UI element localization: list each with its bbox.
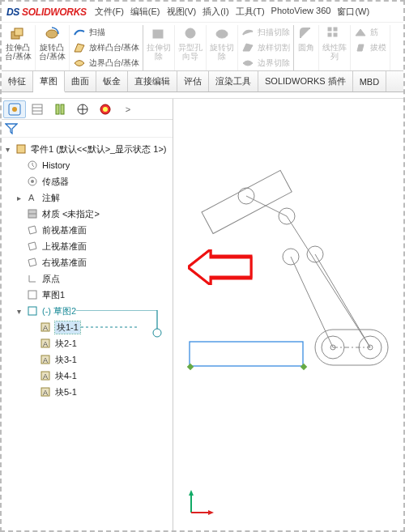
tree-block1[interactable]: A块1-1 — [2, 319, 171, 335]
draft-label: 拔模 — [370, 42, 386, 53]
revolve-icon — [43, 25, 61, 41]
sweep-label: 扫描 — [89, 27, 105, 38]
fm-tab-config[interactable] — [49, 100, 71, 118]
cmd-cut-revolve: 旋转切 除 — [207, 25, 238, 70]
annotations-label: 注解 — [42, 192, 60, 204]
feature-filter-row — [2, 120, 173, 138]
cmd-boundary[interactable]: 边界凸台/基体 — [73, 56, 140, 70]
svg-rect-1 — [15, 28, 23, 36]
menu-file[interactable]: 文件(F) — [95, 6, 124, 18]
cmd-cut-extrude: 拉伸切 除 — [143, 25, 175, 70]
cmd-cut-loft: 放样切割 — [241, 40, 290, 55]
tree-origin[interactable]: 原点 — [2, 270, 171, 287]
tab-surface[interactable]: 曲面 — [65, 71, 96, 92]
tab-sheetmetal[interactable]: 钣金 — [96, 71, 128, 92]
tree-sensors[interactable]: 传感器 — [2, 173, 171, 189]
cmd-extrude-boss[interactable]: 拉伸凸 台/基体 — [2, 25, 36, 70]
cmd-linear-pattern: 线性阵 列 — [319, 25, 351, 70]
collapse-toggle[interactable]: ▾ — [15, 307, 23, 316]
block3-label: 块3-1 — [55, 354, 77, 366]
svg-rect-22 — [17, 145, 25, 153]
fm-tab-dimxpert[interactable] — [71, 100, 94, 118]
tab-render[interactable]: 渲染工具 — [209, 71, 258, 92]
menu-insert[interactable]: 插入(I) — [202, 6, 228, 18]
tab-direct-edit[interactable]: 直接编辑 — [128, 71, 177, 92]
tree-block4[interactable]: A块4-1 — [2, 368, 171, 384]
cmd-revolve-boss[interactable]: 旋转凸 台/基体 — [36, 25, 70, 70]
loft-icon — [73, 41, 86, 54]
collapse-toggle[interactable]: ▾ — [3, 145, 11, 154]
svg-rect-15 — [56, 104, 59, 114]
menu-photoview[interactable]: PhotoView 360 — [271, 6, 331, 18]
block4-label: 块4-1 — [55, 370, 77, 382]
svg-text:A: A — [43, 389, 48, 397]
block5-label: 块5-1 — [55, 386, 77, 398]
title-bar: DS SOLIDWORKS 文件(F) 编辑(E) 视图(V) 插入(I) 工具… — [2, 2, 403, 23]
sensor-icon — [26, 175, 39, 188]
tree-sketch2[interactable]: ▾(-) 草图2 — [2, 303, 171, 319]
tree-block2[interactable]: A块2-1 — [2, 335, 171, 351]
tree-history[interactable]: History — [2, 157, 171, 173]
svg-rect-54 — [202, 170, 292, 233]
tree-right-plane[interactable]: 右视基准面 — [2, 254, 171, 270]
svg-text:A: A — [43, 324, 48, 332]
menu-edit[interactable]: 编辑(E) — [130, 6, 160, 18]
block2-label: 块2-1 — [55, 338, 77, 350]
svg-marker-60 — [208, 510, 214, 515]
svg-rect-6 — [328, 28, 331, 31]
part-icon — [15, 143, 28, 155]
fm-tab-display[interactable] — [94, 100, 117, 118]
tree-front-plane[interactable]: 前视基准面 — [2, 222, 171, 238]
plane-icon — [26, 240, 39, 253]
svg-rect-12 — [32, 104, 42, 114]
funnel-icon[interactable] — [5, 123, 18, 134]
tab-evaluate[interactable]: 评估 — [177, 71, 209, 92]
menu-tools[interactable]: 工具(T) — [236, 6, 265, 18]
fm-tab-more[interactable]: > — [117, 100, 139, 118]
tree-sketch1[interactable]: 草图1 — [2, 287, 171, 303]
tree-annotations[interactable]: ▸A注解 — [2, 189, 171, 206]
svg-text:A: A — [28, 193, 35, 202]
menu-view[interactable]: 视图(V) — [167, 6, 197, 18]
tab-feature[interactable]: 特征 — [2, 71, 33, 92]
feature-tree[interactable]: ▾ 零件1 (默认<<默认>_显示状态 1>) History 传感器 ▸A注解… — [2, 138, 173, 530]
tree-root[interactable]: ▾ 零件1 (默认<<默认>_显示状态 1>) — [2, 141, 171, 157]
origin-icon — [26, 272, 39, 285]
tab-mbd[interactable]: MBD — [353, 71, 386, 92]
tree-top-plane[interactable]: 上视基准面 — [2, 238, 171, 254]
draft-icon — [354, 41, 367, 54]
cut-sweep-icon — [241, 26, 254, 39]
annotation-icon: A — [26, 191, 39, 204]
block-icon: A — [39, 369, 52, 382]
ribbon: 拉伸凸 台/基体 旋转凸 台/基体 扫描 放样凸台/基体 边界凸台/基体 拉伸切… — [2, 23, 403, 71]
tree-root-label: 零件1 (默认<<默认>_显示状态 1>) — [31, 143, 167, 155]
fm-tab-property[interactable] — [26, 100, 49, 118]
lpattern-label: 线性阵 列 — [322, 43, 347, 61]
svg-rect-30 — [28, 307, 36, 315]
block-icon: A — [39, 353, 52, 366]
cmd-cut-boundary: 边界切除 — [241, 56, 290, 70]
menu-window[interactable]: 窗口(W) — [337, 6, 369, 18]
svg-text:A: A — [43, 372, 48, 381]
cut-extrude-icon — [150, 25, 168, 41]
tab-sketch[interactable]: 草图 — [33, 71, 65, 92]
cmd-hole-wizard: 异型孔 向导 — [175, 25, 207, 70]
app-logo: DS SOLIDWORKS — [6, 6, 87, 18]
lpattern-icon — [326, 25, 343, 41]
tab-addins[interactable]: SOLIDWORKS 插件 — [258, 71, 353, 92]
cut-loft-icon — [241, 41, 254, 54]
rib-icon — [354, 26, 367, 39]
svg-point-5 — [216, 30, 228, 38]
cmd-loft[interactable]: 放样凸台/基体 — [73, 40, 140, 55]
expand-toggle[interactable]: ▸ — [15, 194, 23, 202]
graphics-viewport[interactable] — [173, 99, 403, 530]
cmd-sweep[interactable]: 扫描 — [73, 25, 140, 40]
svg-rect-3 — [153, 30, 163, 38]
fm-tab-tree[interactable] — [3, 100, 26, 118]
tree-block5[interactable]: A块5-1 — [2, 384, 171, 400]
tree-block3[interactable]: A块3-1 — [2, 351, 171, 368]
history-label: History — [42, 160, 70, 170]
cut-boundary-label: 边界切除 — [258, 57, 290, 69]
tree-material[interactable]: 材质 <未指定> — [2, 206, 171, 222]
svg-point-2 — [46, 30, 58, 38]
